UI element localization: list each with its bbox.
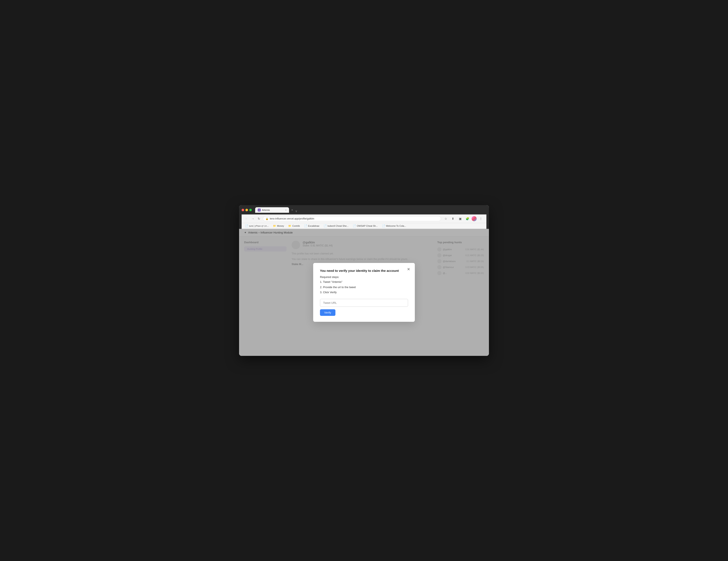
bookmarks-bar: 📄 רב קו אונליין | סועי... 📁 Money 📁 Cont… (242, 223, 486, 229)
bookmark-item-excalidraw[interactable]: 📄 Excalidraw (303, 224, 320, 228)
bookmark-item-money[interactable]: 📁 Money (272, 224, 285, 228)
active-tab[interactable]: A Artemis × (255, 207, 289, 213)
bookmark-item-cola[interactable]: 📄 Welcome To Cola... (381, 224, 407, 228)
share-button[interactable]: ⬆ (450, 216, 456, 222)
bookmark-item-owsap[interactable]: 📄 OWSAP Cheat Sh... (352, 224, 379, 228)
traffic-lights (242, 209, 252, 211)
lock-icon: 🔒 (266, 217, 269, 220)
bookmark-label-contrib: Contrib (292, 225, 300, 227)
modal-steps-label: Required steps: (320, 275, 408, 279)
bookmark-button[interactable]: ☆ (443, 216, 449, 222)
sidebar-toggle-button[interactable]: ▣ (457, 216, 463, 222)
title-bar: A Artemis × + ∨ (242, 207, 486, 213)
bookmark-icon-kubectl: 📄 (324, 224, 327, 227)
bookmark-label-1: רב קו אונליין | סועי... (249, 225, 269, 227)
bookmark-icon-excalidraw: 📄 (304, 224, 307, 227)
modal-overlay: ✕ You need to verify your identity to cl… (239, 229, 489, 356)
verify-modal: ✕ You need to verify your identity to cl… (313, 263, 415, 322)
bookmark-item-kubectl[interactable]: 📄 kubectl Cheat She... (323, 224, 349, 228)
tab-close-button[interactable]: × (285, 209, 286, 211)
verify-button[interactable]: Verify (320, 309, 335, 316)
nav-actions: ☆ ⬆ ▣ 🧩 ⋮ (443, 216, 484, 222)
forward-button[interactable]: → (251, 217, 255, 221)
modal-step-1: 1. Tweet "Artemis" (320, 280, 408, 284)
browser-chrome: A Artemis × + ∨ ← → ↻ 🔒 lens-influencer.… (239, 205, 489, 229)
modal-step-2: 2. Provide the url to the tweet (320, 285, 408, 290)
new-tab-button[interactable]: + (289, 207, 295, 213)
back-button[interactable]: ← (244, 217, 249, 221)
tweet-url-input[interactable] (320, 299, 408, 307)
bookmark-label-money: Money (277, 225, 284, 227)
bookmark-label-owsap: OWSAP Cheat Sh... (357, 225, 378, 227)
minimize-traffic-light[interactable] (245, 209, 248, 211)
bookmark-item-1[interactable]: 📄 רב קו אונליין | סועי... (244, 224, 270, 228)
bookmark-icon-1: 📄 (245, 224, 248, 227)
bookmark-icon-owsap: 📄 (353, 224, 356, 227)
address-text: lens-influencer.vercel.app/profile/galkl… (270, 217, 314, 220)
bookmark-icon-cola: 📄 (382, 224, 385, 227)
bookmark-icon-contrib: 📁 (288, 224, 291, 227)
maximize-traffic-light[interactable] (249, 209, 252, 211)
more-button[interactable]: ⋮ (478, 216, 484, 222)
tab-label: Artemis (262, 209, 270, 211)
tab-expand-button[interactable]: ∨ (295, 209, 297, 213)
close-traffic-light[interactable] (242, 209, 244, 211)
tab-bar: A Artemis × + ∨ (255, 207, 297, 213)
modal-step-3: 3. Click Verify (320, 290, 408, 295)
bookmark-label-kubectl: kubectl Cheat She... (328, 225, 349, 227)
modal-title: You need to verify your identity to clai… (320, 269, 408, 272)
bookmark-item-contrib[interactable]: 📁 Contrib (287, 224, 300, 228)
address-bar[interactable]: 🔒 lens-influencer.vercel.app/profile/gal… (263, 216, 441, 221)
bookmark-icon-money: 📁 (273, 224, 276, 227)
nav-bar: ← → ↻ 🔒 lens-influencer.vercel.app/profi… (242, 214, 486, 223)
browser-profile-avatar[interactable] (472, 216, 477, 221)
bookmark-label-excalidraw: Excalidraw (308, 225, 319, 227)
tab-favicon: A (258, 209, 261, 211)
browser-window: A Artemis × + ∨ ← → ↻ 🔒 lens-influencer.… (239, 205, 489, 356)
bookmark-label-cola: Welcome To Cola... (386, 225, 406, 227)
reload-button[interactable]: ↻ (257, 217, 261, 221)
modal-close-button[interactable]: ✕ (406, 266, 411, 272)
page-content: ✦ Artemis – Influencer Hunting Module Da… (239, 229, 489, 356)
extensions-button[interactable]: 🧩 (464, 216, 470, 222)
